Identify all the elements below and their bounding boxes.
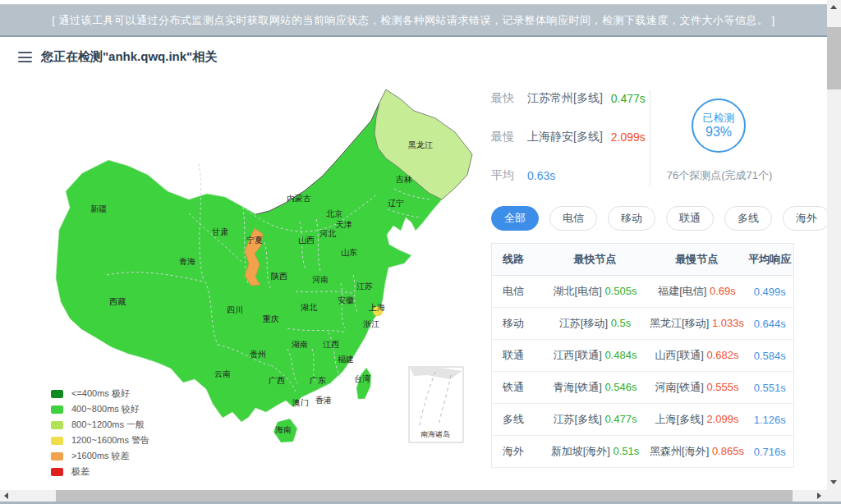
stat-average-label: 平均: [491, 168, 519, 183]
province-label: 安徽: [338, 296, 354, 305]
legend-label: 1200~1600ms 警告: [71, 434, 149, 447]
scroll-down-icon[interactable]: [830, 480, 837, 484]
cell-line: 移动: [492, 308, 543, 340]
stat-slowest-value: 2.099s: [611, 131, 646, 144]
province-label: 海南: [275, 425, 292, 434]
cell-slowest-node: 黑森州[海外] 0.865s: [648, 436, 747, 468]
province-label: 天津: [336, 220, 352, 229]
map-legend: <=400ms 极好400~800ms 较好800~1200ms 一般1200~…: [51, 386, 149, 479]
stat-slowest-node: 上海静安[多线]: [527, 130, 603, 144]
province-label: 江苏: [356, 282, 373, 291]
table-row: 联通江西[联通] 0.484s山西[联通] 0.682s0.584s: [492, 340, 794, 372]
province-label: 广西: [269, 376, 285, 385]
cell-slowest-node: 福建[电信] 0.69s: [648, 276, 747, 308]
scroll-left-icon[interactable]: [4, 493, 8, 499]
legend-item-1: 400~800ms 较好: [51, 401, 149, 417]
legend-item-0: <=400ms 极好: [51, 386, 149, 401]
map-taiwan[interactable]: [356, 368, 371, 399]
stat-average-value: 0.63s: [527, 169, 555, 182]
filter-button-0[interactable]: 全部: [491, 206, 539, 231]
notice-banner-text: [ 通过该工具可以通过分布式监测点实时获取网站的当前响应状态，检测各种网站请求错…: [52, 13, 774, 28]
legend-item-2: 800~1200ms 一般: [51, 417, 149, 433]
cell-fastest-node: 湖北[电信] 0.505s: [543, 276, 648, 308]
legend-swatch: [51, 405, 63, 414]
cell-line: 海外: [492, 436, 543, 468]
filter-button-5[interactable]: 海外: [783, 206, 830, 231]
filter-button-3[interactable]: 联通: [666, 206, 714, 231]
province-label: 台湾: [354, 374, 370, 383]
cell-line: 联通: [492, 340, 543, 372]
filter-button-1[interactable]: 电信: [549, 206, 597, 231]
filter-button-4[interactable]: 多线: [724, 206, 772, 231]
scroll-right-icon[interactable]: [817, 493, 821, 499]
cell-average: 0.584s: [747, 340, 794, 372]
cell-slowest-node: 河南[铁通] 0.555s: [648, 372, 747, 404]
scrollbar-corner: [827, 490, 841, 502]
horizontal-scroll-thumb[interactable]: [56, 490, 793, 502]
province-label: 江西: [323, 340, 339, 349]
cell-fastest-node: 新加坡[海外] 0.51s: [543, 436, 648, 468]
province-label: 黑龙江: [408, 140, 433, 149]
cell-fastest-node: 江苏[多线] 0.477s: [543, 404, 648, 436]
legend-swatch: [51, 452, 63, 460]
progress-label: 已检测: [703, 112, 735, 124]
cell-slowest-node: 上海[多线] 2.099s: [648, 404, 747, 436]
province-label: 广东: [310, 376, 326, 385]
page-header: 您正在检测"anhk.qwq.ink"相关: [18, 49, 217, 65]
legend-swatch: [51, 468, 63, 476]
province-label: 四川: [227, 305, 243, 314]
cell-fastest-node: 青海[铁通] 0.546s: [543, 372, 648, 404]
province-label: 新疆: [90, 204, 107, 213]
province-label: 辽宁: [388, 199, 404, 208]
province-label: 宁夏: [246, 236, 263, 245]
stat-fastest: 最快 江苏常州[多线] 0.477s: [491, 91, 646, 106]
vertical-scrollbar[interactable]: [827, 0, 841, 490]
table-header-row: 线路最快节点最慢节点平均响应: [492, 244, 794, 276]
table-header-0: 线路: [492, 244, 543, 276]
stat-fastest-node: 江苏常州[多线]: [527, 91, 603, 106]
progress-circle: 已检测 93%: [692, 99, 746, 153]
province-label: 湖北: [301, 303, 318, 312]
progress-percent: 93%: [705, 124, 732, 140]
province-label: 澳门: [292, 398, 309, 407]
horizontal-scrollbar[interactable]: [0, 490, 827, 502]
legend-swatch: [51, 421, 63, 429]
filter-button-2[interactable]: 移动: [608, 206, 655, 231]
province-label: 浙江: [363, 319, 379, 328]
stat-fastest-value: 0.477s: [611, 92, 646, 105]
cell-average: 0.499s: [747, 276, 794, 308]
province-label: 福建: [338, 355, 354, 364]
cell-line: 多线: [492, 404, 543, 436]
vertical-scroll-thumb[interactable]: [827, 27, 841, 89]
stat-average: 平均 0.63s: [491, 168, 555, 183]
province-label: 陕西: [271, 272, 287, 281]
province-label: 河北: [319, 229, 337, 238]
cell-average: 0.716s: [747, 436, 794, 468]
menu-icon[interactable]: [18, 52, 32, 62]
result-table: 线路最快节点最慢节点平均响应 电信湖北[电信] 0.505s福建[电信] 0.6…: [491, 243, 794, 468]
table-row: 移动江苏[移动] 0.5s黑龙江[移动] 1.033s0.644s: [492, 308, 794, 340]
province-label: 湖南: [292, 340, 308, 349]
probe-summary: 76个探测点(完成71个): [649, 168, 790, 183]
province-label: 上海: [368, 303, 385, 312]
province-label: 河南: [312, 275, 329, 284]
table-row: 海外新加坡[海外] 0.51s黑森州[海外] 0.865s0.716s: [492, 436, 794, 468]
province-label: 贵州: [250, 350, 266, 359]
province-label: 西藏: [109, 297, 126, 306]
scroll-up-icon[interactable]: [830, 5, 837, 9]
filter-buttons: 全部电信移动联通多线海外: [491, 206, 830, 231]
table-row: 多线江苏[多线] 0.477s上海[多线] 2.099s1.126s: [492, 404, 794, 436]
cell-line: 电信: [492, 276, 543, 308]
legend-item-3: 1200~1600ms 警告: [51, 433, 149, 448]
province-label: 吉林: [396, 175, 412, 184]
legend-item-5: 极差: [51, 464, 149, 479]
province-label: 重庆: [262, 314, 279, 323]
stat-fastest-label: 最快: [491, 91, 519, 106]
legend-label: 800~1200ms 一般: [71, 419, 145, 431]
legend-item-4: >1600ms 较差: [51, 448, 149, 464]
legend-label: 极差: [71, 465, 90, 478]
inset-label: 南海诸岛: [420, 430, 450, 438]
table-header-1: 最快节点: [543, 244, 648, 276]
table-header-2: 最慢节点: [648, 244, 747, 276]
legend-label: 400~800ms 较好: [71, 403, 140, 415]
